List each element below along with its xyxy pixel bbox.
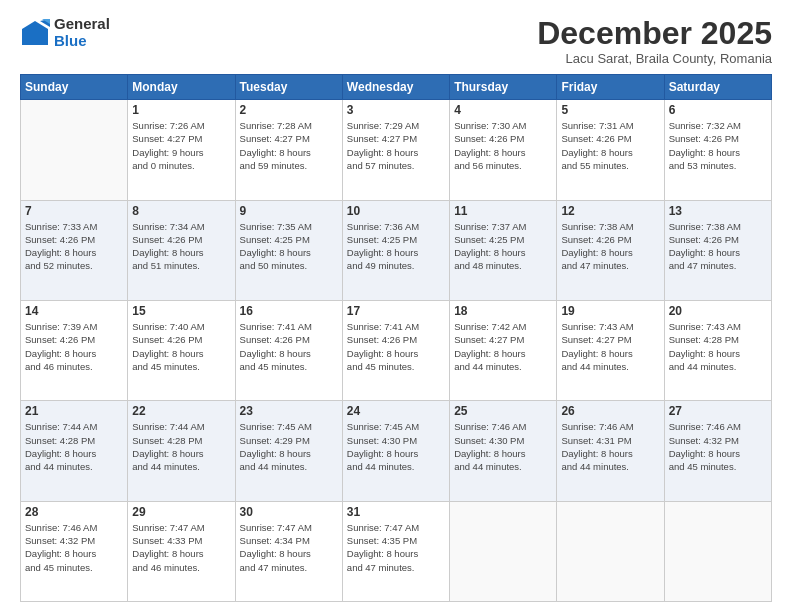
day-info: Sunrise: 7:33 AM Sunset: 4:26 PM Dayligh… [25,220,123,273]
calendar-table: Sunday Monday Tuesday Wednesday Thursday… [20,74,772,602]
day-number: 7 [25,204,123,218]
col-wednesday: Wednesday [342,75,449,100]
day-info: Sunrise: 7:46 AM Sunset: 4:30 PM Dayligh… [454,420,552,473]
logo-blue-text: Blue [54,33,110,50]
table-cell: 26Sunrise: 7:46 AM Sunset: 4:31 PM Dayli… [557,401,664,501]
day-number: 14 [25,304,123,318]
table-cell: 6Sunrise: 7:32 AM Sunset: 4:26 PM Daylig… [664,100,771,200]
day-number: 26 [561,404,659,418]
col-monday: Monday [128,75,235,100]
day-info: Sunrise: 7:46 AM Sunset: 4:32 PM Dayligh… [669,420,767,473]
day-info: Sunrise: 7:45 AM Sunset: 4:29 PM Dayligh… [240,420,338,473]
day-number: 1 [132,103,230,117]
day-number: 2 [240,103,338,117]
title-block: December 2025 Lacu Sarat, Braila County,… [537,16,772,66]
col-friday: Friday [557,75,664,100]
col-tuesday: Tuesday [235,75,342,100]
day-info: Sunrise: 7:42 AM Sunset: 4:27 PM Dayligh… [454,320,552,373]
day-info: Sunrise: 7:32 AM Sunset: 4:26 PM Dayligh… [669,119,767,172]
table-cell: 31Sunrise: 7:47 AM Sunset: 4:35 PM Dayli… [342,501,449,601]
day-info: Sunrise: 7:44 AM Sunset: 4:28 PM Dayligh… [25,420,123,473]
month-title: December 2025 [537,16,772,51]
day-info: Sunrise: 7:28 AM Sunset: 4:27 PM Dayligh… [240,119,338,172]
table-cell: 16Sunrise: 7:41 AM Sunset: 4:26 PM Dayli… [235,300,342,400]
day-info: Sunrise: 7:38 AM Sunset: 4:26 PM Dayligh… [561,220,659,273]
day-number: 28 [25,505,123,519]
day-number: 31 [347,505,445,519]
svg-marker-0 [22,21,48,45]
day-number: 13 [669,204,767,218]
table-cell: 12Sunrise: 7:38 AM Sunset: 4:26 PM Dayli… [557,200,664,300]
day-number: 8 [132,204,230,218]
logo-text: General Blue [54,16,110,49]
table-cell: 15Sunrise: 7:40 AM Sunset: 4:26 PM Dayli… [128,300,235,400]
day-number: 17 [347,304,445,318]
week-row-4: 21Sunrise: 7:44 AM Sunset: 4:28 PM Dayli… [21,401,772,501]
page: General Blue December 2025 Lacu Sarat, B… [0,0,792,612]
table-cell: 25Sunrise: 7:46 AM Sunset: 4:30 PM Dayli… [450,401,557,501]
week-row-3: 14Sunrise: 7:39 AM Sunset: 4:26 PM Dayli… [21,300,772,400]
day-number: 23 [240,404,338,418]
table-cell: 20Sunrise: 7:43 AM Sunset: 4:28 PM Dayli… [664,300,771,400]
day-number: 9 [240,204,338,218]
table-cell: 28Sunrise: 7:46 AM Sunset: 4:32 PM Dayli… [21,501,128,601]
day-number: 24 [347,404,445,418]
logo: General Blue [20,16,110,49]
table-cell: 29Sunrise: 7:47 AM Sunset: 4:33 PM Dayli… [128,501,235,601]
table-cell: 17Sunrise: 7:41 AM Sunset: 4:26 PM Dayli… [342,300,449,400]
day-info: Sunrise: 7:47 AM Sunset: 4:35 PM Dayligh… [347,521,445,574]
day-number: 25 [454,404,552,418]
col-thursday: Thursday [450,75,557,100]
day-info: Sunrise: 7:29 AM Sunset: 4:27 PM Dayligh… [347,119,445,172]
day-info: Sunrise: 7:46 AM Sunset: 4:31 PM Dayligh… [561,420,659,473]
day-number: 16 [240,304,338,318]
table-cell: 30Sunrise: 7:47 AM Sunset: 4:34 PM Dayli… [235,501,342,601]
table-cell [664,501,771,601]
day-number: 15 [132,304,230,318]
week-row-2: 7Sunrise: 7:33 AM Sunset: 4:26 PM Daylig… [21,200,772,300]
day-info: Sunrise: 7:46 AM Sunset: 4:32 PM Dayligh… [25,521,123,574]
table-cell: 10Sunrise: 7:36 AM Sunset: 4:25 PM Dayli… [342,200,449,300]
day-number: 10 [347,204,445,218]
day-number: 6 [669,103,767,117]
table-cell: 23Sunrise: 7:45 AM Sunset: 4:29 PM Dayli… [235,401,342,501]
table-cell: 9Sunrise: 7:35 AM Sunset: 4:25 PM Daylig… [235,200,342,300]
day-info: Sunrise: 7:44 AM Sunset: 4:28 PM Dayligh… [132,420,230,473]
day-info: Sunrise: 7:47 AM Sunset: 4:34 PM Dayligh… [240,521,338,574]
day-info: Sunrise: 7:35 AM Sunset: 4:25 PM Dayligh… [240,220,338,273]
table-cell: 22Sunrise: 7:44 AM Sunset: 4:28 PM Dayli… [128,401,235,501]
calendar-header-row: Sunday Monday Tuesday Wednesday Thursday… [21,75,772,100]
table-cell: 3Sunrise: 7:29 AM Sunset: 4:27 PM Daylig… [342,100,449,200]
week-row-5: 28Sunrise: 7:46 AM Sunset: 4:32 PM Dayli… [21,501,772,601]
day-number: 30 [240,505,338,519]
day-number: 18 [454,304,552,318]
day-info: Sunrise: 7:38 AM Sunset: 4:26 PM Dayligh… [669,220,767,273]
table-cell [557,501,664,601]
day-number: 19 [561,304,659,318]
day-number: 12 [561,204,659,218]
day-info: Sunrise: 7:26 AM Sunset: 4:27 PM Dayligh… [132,119,230,172]
day-info: Sunrise: 7:43 AM Sunset: 4:27 PM Dayligh… [561,320,659,373]
table-cell: 27Sunrise: 7:46 AM Sunset: 4:32 PM Dayli… [664,401,771,501]
day-info: Sunrise: 7:30 AM Sunset: 4:26 PM Dayligh… [454,119,552,172]
day-number: 27 [669,404,767,418]
day-info: Sunrise: 7:34 AM Sunset: 4:26 PM Dayligh… [132,220,230,273]
table-cell: 1Sunrise: 7:26 AM Sunset: 4:27 PM Daylig… [128,100,235,200]
day-number: 5 [561,103,659,117]
table-cell: 18Sunrise: 7:42 AM Sunset: 4:27 PM Dayli… [450,300,557,400]
day-info: Sunrise: 7:43 AM Sunset: 4:28 PM Dayligh… [669,320,767,373]
day-number: 22 [132,404,230,418]
table-cell: 4Sunrise: 7:30 AM Sunset: 4:26 PM Daylig… [450,100,557,200]
day-info: Sunrise: 7:39 AM Sunset: 4:26 PM Dayligh… [25,320,123,373]
week-row-1: 1Sunrise: 7:26 AM Sunset: 4:27 PM Daylig… [21,100,772,200]
day-info: Sunrise: 7:40 AM Sunset: 4:26 PM Dayligh… [132,320,230,373]
table-cell [21,100,128,200]
header: General Blue December 2025 Lacu Sarat, B… [20,16,772,66]
table-cell: 24Sunrise: 7:45 AM Sunset: 4:30 PM Dayli… [342,401,449,501]
table-cell: 21Sunrise: 7:44 AM Sunset: 4:28 PM Dayli… [21,401,128,501]
day-info: Sunrise: 7:37 AM Sunset: 4:25 PM Dayligh… [454,220,552,273]
day-info: Sunrise: 7:41 AM Sunset: 4:26 PM Dayligh… [240,320,338,373]
table-cell [450,501,557,601]
logo-icon [20,19,50,47]
location: Lacu Sarat, Braila County, Romania [537,51,772,66]
